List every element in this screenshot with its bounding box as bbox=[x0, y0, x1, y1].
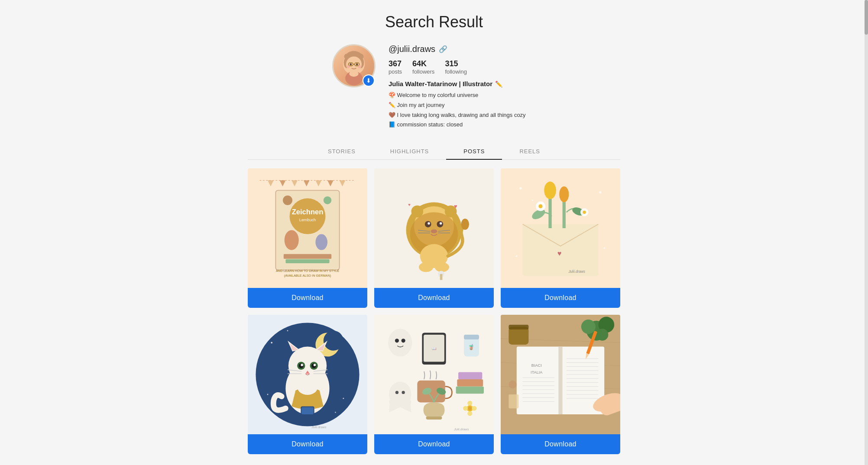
svg-point-132 bbox=[468, 407, 472, 410]
download-button-6[interactable]: Download bbox=[501, 434, 620, 454]
svg-point-111 bbox=[388, 329, 412, 356]
bio-text-4: 📘 commission status: closed bbox=[389, 120, 463, 129]
tab-posts[interactable]: POSTS bbox=[446, 144, 502, 160]
post-image-2: ♥ ♥ bbox=[374, 168, 494, 288]
download-button-3[interactable]: Download bbox=[501, 288, 620, 308]
stat-following: 315 following bbox=[445, 59, 467, 75]
bio-text-3: 🤎 I love taking long walks, drawing and … bbox=[389, 111, 526, 120]
svg-rect-173 bbox=[508, 394, 518, 408]
svg-point-74 bbox=[538, 204, 542, 208]
svg-text:♥: ♥ bbox=[557, 250, 562, 258]
svg-point-46 bbox=[431, 229, 437, 233]
svg-rect-172 bbox=[508, 325, 528, 329]
download-button-5[interactable]: Download bbox=[374, 434, 494, 454]
svg-point-90 bbox=[288, 347, 327, 385]
svg-text:Julii.draws: Julii.draws bbox=[568, 270, 585, 274]
svg-point-61 bbox=[599, 191, 602, 194]
external-link-icon[interactable]: 🔗 bbox=[439, 45, 447, 53]
svg-point-60 bbox=[519, 187, 522, 190]
download-icon: ⬇ bbox=[366, 78, 371, 84]
svg-text:Lernbuch: Lernbuch bbox=[299, 218, 316, 223]
bio-text-1: 🍄 Welcome to my colorful universe bbox=[389, 91, 478, 100]
profile-download-badge[interactable]: ⬇ bbox=[363, 74, 375, 87]
bio-line-1: 🍄 Welcome to my colorful universe bbox=[389, 91, 536, 100]
post-image-5: 📖 🧋 bbox=[374, 315, 494, 434]
svg-point-122 bbox=[402, 391, 405, 394]
svg-text:Zeichnen: Zeichnen bbox=[292, 208, 324, 216]
post-item: BIACI ITALIA bbox=[501, 315, 620, 454]
svg-point-131 bbox=[472, 406, 476, 411]
svg-text:Julii.draws: Julii.draws bbox=[311, 425, 327, 429]
svg-marker-21 bbox=[315, 181, 321, 187]
svg-point-106 bbox=[298, 381, 317, 395]
svg-point-99 bbox=[301, 364, 303, 366]
svg-text:(AVAILABLE ALSO IN GERMAN): (AVAILABLE ALSO IN GERMAN) bbox=[284, 274, 331, 278]
svg-text:Julii.draws: Julii.draws bbox=[453, 427, 469, 431]
svg-rect-108 bbox=[301, 407, 314, 415]
post-image-4: Julii.draws bbox=[248, 315, 367, 434]
svg-point-129 bbox=[467, 411, 472, 416]
profile-bio: 🍄 Welcome to my colorful universe ✏️ Joi… bbox=[389, 91, 536, 129]
post-image-3: ♥ bbox=[501, 168, 620, 288]
svg-text:🧋: 🧋 bbox=[468, 344, 475, 351]
bio-text-2: ✏️ Join my art journey bbox=[389, 101, 444, 110]
svg-text:♥: ♥ bbox=[454, 203, 457, 210]
svg-point-30 bbox=[285, 230, 299, 250]
followers-count: 64K bbox=[412, 59, 427, 68]
tab-reels[interactable]: REELS bbox=[502, 144, 557, 160]
svg-rect-58 bbox=[440, 274, 443, 280]
scrollbar[interactable] bbox=[865, 0, 868, 465]
svg-point-25 bbox=[290, 198, 326, 234]
svg-point-168 bbox=[596, 329, 609, 341]
svg-marker-20 bbox=[304, 181, 310, 187]
username: @julii.draws bbox=[389, 44, 435, 54]
page-title: Search Result bbox=[248, 13, 620, 31]
svg-point-70 bbox=[559, 187, 569, 203]
followers-label: followers bbox=[412, 68, 434, 75]
svg-point-76 bbox=[583, 211, 586, 214]
svg-marker-23 bbox=[340, 181, 346, 187]
download-button-4[interactable]: Download bbox=[248, 434, 367, 454]
svg-point-79 bbox=[271, 342, 272, 344]
svg-point-29 bbox=[324, 197, 331, 204]
username-row: @julii.draws 🔗 bbox=[389, 44, 536, 54]
svg-marker-22 bbox=[327, 181, 334, 187]
svg-point-28 bbox=[283, 196, 292, 205]
svg-rect-133 bbox=[426, 417, 442, 420]
profile-info: @julii.draws 🔗 367 posts 64K followers 3… bbox=[389, 44, 536, 130]
svg-text:ITALIA: ITALIA bbox=[531, 370, 543, 375]
download-button-1[interactable]: Download bbox=[248, 288, 367, 308]
svg-point-13 bbox=[358, 65, 361, 68]
tab-highlights[interactable]: HIGHLIGHTS bbox=[373, 144, 446, 160]
svg-point-68 bbox=[544, 182, 556, 199]
svg-point-53 bbox=[419, 262, 433, 272]
svg-point-128 bbox=[467, 401, 472, 406]
post-item: ♥ ♥ Download bbox=[374, 168, 494, 308]
bio-line-3: 🤎 I love taking long walks, drawing and … bbox=[389, 111, 536, 120]
svg-rect-33 bbox=[285, 259, 329, 263]
svg-text:♥: ♥ bbox=[408, 203, 410, 207]
svg-point-64 bbox=[532, 200, 534, 201]
svg-rect-142 bbox=[558, 347, 562, 414]
svg-point-44 bbox=[428, 222, 430, 225]
svg-point-113 bbox=[402, 339, 405, 342]
svg-point-10 bbox=[350, 63, 352, 65]
post-item: ♥ bbox=[501, 168, 620, 308]
avatar-wrapper: ⬇ bbox=[332, 44, 376, 87]
svg-rect-125 bbox=[457, 379, 483, 387]
svg-point-167 bbox=[581, 320, 596, 334]
post-item: Zeichnen Lernbuch AND LEARN HOW TO DRAW … bbox=[248, 168, 367, 308]
download-button-2[interactable]: Download bbox=[374, 288, 494, 308]
svg-point-100 bbox=[314, 364, 316, 366]
svg-rect-124 bbox=[456, 387, 484, 394]
tab-stories[interactable]: STORIES bbox=[311, 144, 373, 160]
svg-text:BIACI: BIACI bbox=[531, 363, 542, 368]
svg-point-45 bbox=[440, 222, 442, 225]
scrollbar-thumb[interactable] bbox=[865, 0, 868, 35]
following-count: 315 bbox=[445, 59, 458, 68]
svg-point-62 bbox=[603, 247, 605, 249]
posts-grid: Zeichnen Lernbuch AND LEARN HOW TO DRAW … bbox=[248, 168, 620, 454]
svg-point-174 bbox=[508, 381, 516, 388]
profile-stats: 367 posts 64K followers 315 following bbox=[389, 59, 536, 75]
post-item: 📖 🧋 bbox=[374, 315, 494, 454]
